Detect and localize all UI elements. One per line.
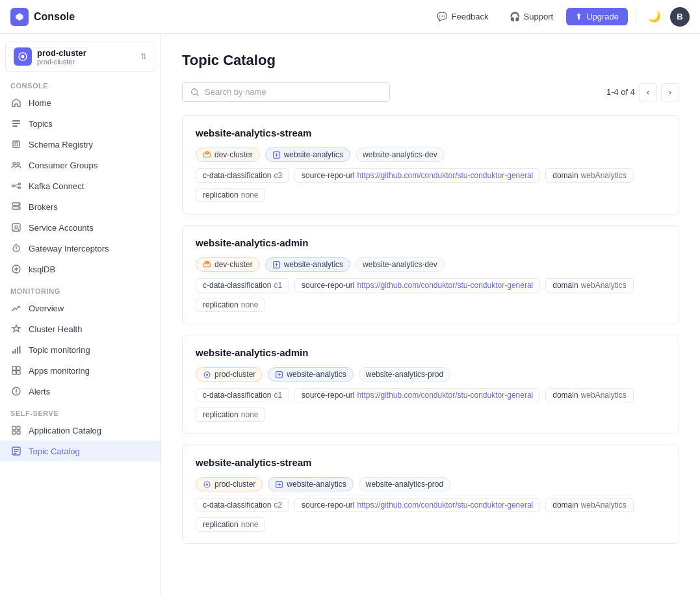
svg-point-6 xyxy=(13,162,16,165)
sidebar-item-service-accounts[interactable]: Service Accounts xyxy=(0,217,161,238)
svg-point-0 xyxy=(18,15,21,18)
meta-row: c-data-classification c3 source-repo-url… xyxy=(196,168,666,202)
sidebar-item-brokers[interactable]: Brokers xyxy=(0,196,161,217)
sidebar-item-home[interactable]: Home xyxy=(0,92,161,113)
search-box[interactable] xyxy=(182,82,390,102)
sidebar-item-overview[interactable]: Overview xyxy=(0,298,161,318)
topbar-divider xyxy=(636,9,636,25)
moon-icon: 🌙 xyxy=(648,10,661,23)
sidebar: prod-cluster prod-cluster ⇅ CONSOLE Home… xyxy=(0,34,161,596)
cluster-tag: dev-cluster xyxy=(196,257,260,272)
svg-rect-33 xyxy=(17,426,20,430)
sidebar-item-topic-monitoring-label: Topic monitoring xyxy=(29,345,90,355)
gateway-interceptors-icon xyxy=(10,242,22,254)
svg-point-2 xyxy=(21,55,25,58)
topics-list: website-analytics-stream dev-cluster web… xyxy=(182,115,679,544)
meta-tag: source-repo-url https://github.com/condu… xyxy=(294,168,540,183)
feedback-button[interactable]: 💬 Feedback xyxy=(429,8,496,25)
svg-line-12 xyxy=(14,187,19,188)
svg-rect-43 xyxy=(204,263,211,267)
app-logo[interactable]: Console xyxy=(10,8,75,26)
chevron-icon: ⇅ xyxy=(140,52,147,61)
sidebar-item-topic-catalog[interactable]: Topic Catalog xyxy=(0,441,161,461)
sidebar-item-topic-monitoring[interactable]: Topic monitoring xyxy=(0,339,161,360)
schema-icon xyxy=(10,138,22,150)
svg-rect-25 xyxy=(12,367,16,370)
sidebar-item-alerts-label: Alerts xyxy=(29,387,50,396)
sidebar-item-alerts[interactable]: Alerts xyxy=(0,381,161,402)
tag-row: dev-cluster website-analytics website-an… xyxy=(196,257,666,272)
svg-rect-4 xyxy=(12,123,20,124)
sidebar-item-topics[interactable]: Topics xyxy=(0,113,161,134)
cluster-name: prod-cluster xyxy=(37,48,135,58)
tag-row: prod-cluster website-analytics website-a… xyxy=(196,477,666,491)
cluster-selector[interactable]: prod-cluster prod-cluster ⇅ xyxy=(5,42,155,71)
svg-rect-27 xyxy=(12,371,16,375)
monitoring-section-label: MONITORING xyxy=(0,279,161,298)
sidebar-item-apps-monitoring-label: Apps monitoring xyxy=(29,366,90,376)
meta-tag: source-repo-url https://github.com/condu… xyxy=(294,498,540,512)
sidebar-item-gateway-interceptors-label: Gateway Interceptors xyxy=(29,244,109,253)
sidebar-item-home-label: Home xyxy=(29,98,51,108)
search-row: 1-4 of 4 ‹ › xyxy=(182,82,679,102)
cluster-health-icon xyxy=(10,323,22,335)
sidebar-item-consumer-groups[interactable]: Consumer Groups xyxy=(0,155,161,175)
meta-tag: c-data-classification c3 xyxy=(196,168,289,183)
sidebar-item-overview-label: Overview xyxy=(29,304,64,313)
svg-point-8 xyxy=(12,185,14,187)
application-catalog-icon xyxy=(10,424,22,436)
svg-rect-23 xyxy=(17,347,18,354)
svg-point-10 xyxy=(19,187,21,189)
sidebar-item-kafka-connect[interactable]: Kafka Connect xyxy=(0,175,161,196)
pagination-next-button[interactable]: › xyxy=(661,83,679,101)
tag-row: dev-cluster website-analytics website-an… xyxy=(196,148,666,162)
svg-rect-26 xyxy=(17,367,21,370)
svg-rect-32 xyxy=(12,431,16,434)
sidebar-item-topics-label: Topics xyxy=(29,119,53,129)
logo-icon xyxy=(10,8,29,26)
svg-line-11 xyxy=(14,185,19,186)
tag-row: prod-cluster website-analytics website-a… xyxy=(196,367,666,382)
support-button[interactable]: 🎧 Support xyxy=(502,8,562,25)
app-name: Console xyxy=(34,11,75,23)
topic-card[interactable]: website-analytics-stream dev-cluster web… xyxy=(182,115,679,214)
sidebar-item-application-catalog[interactable]: Application Catalog xyxy=(0,420,161,441)
svg-rect-21 xyxy=(12,351,14,354)
topic-card[interactable]: website-analytics-admin dev-cluster webs… xyxy=(182,225,679,324)
search-icon xyxy=(190,88,200,97)
cluster-info: prod-cluster prod-cluster xyxy=(37,48,135,66)
svg-rect-36 xyxy=(14,449,19,450)
meta-tag: c-data-classification c1 xyxy=(196,388,289,402)
svg-point-16 xyxy=(18,207,19,209)
svg-rect-22 xyxy=(15,349,16,354)
sidebar-item-consumer-groups-label: Consumer Groups xyxy=(29,161,97,170)
sidebar-item-gateway-interceptors[interactable]: Gateway Interceptors xyxy=(0,238,161,259)
ksqldb-icon xyxy=(10,263,22,275)
sidebar-item-apps-monitoring[interactable]: Apps monitoring xyxy=(0,360,161,381)
topic-card[interactable]: website-analytics-stream prod-cluster we… xyxy=(182,445,679,544)
meta-tag: replication none xyxy=(196,408,265,422)
theme-toggle-button[interactable]: 🌙 xyxy=(644,6,665,27)
topic-card[interactable]: website-analytics-admin prod-cluster web… xyxy=(182,335,679,434)
namespace-tag: website-analytics xyxy=(265,257,350,272)
pagination-prev-button[interactable]: ‹ xyxy=(639,83,657,101)
meta-tag: source-repo-url https://github.com/condu… xyxy=(294,388,540,402)
svg-point-7 xyxy=(17,162,19,165)
meta-row: c-data-classification c1 source-repo-url… xyxy=(196,388,666,422)
meta-tag: replication none xyxy=(196,517,265,532)
upgrade-icon: ⬆ xyxy=(575,12,582,21)
search-input[interactable] xyxy=(205,87,382,97)
meta-tag: domain webAnalytics xyxy=(545,278,633,292)
sidebar-item-application-catalog-label: Application Catalog xyxy=(29,426,101,435)
meta-tag: replication none xyxy=(196,298,265,312)
topbar: Console 💬 Feedback 🎧 Support ⬆ Upgrade 🌙… xyxy=(0,0,700,34)
home-icon xyxy=(10,97,22,109)
sidebar-item-topic-catalog-label: Topic Catalog xyxy=(29,447,80,456)
sidebar-item-schema-registry[interactable]: Schema Registry xyxy=(0,134,161,155)
sidebar-item-ksqldb[interactable]: ksqlDB xyxy=(0,259,161,279)
svg-rect-3 xyxy=(12,120,20,122)
avatar[interactable]: B xyxy=(670,7,690,27)
sidebar-item-cluster-health[interactable]: Cluster Health xyxy=(0,318,161,339)
upgrade-button[interactable]: ⬆ Upgrade xyxy=(566,8,628,25)
apps-monitoring-icon xyxy=(10,365,22,376)
